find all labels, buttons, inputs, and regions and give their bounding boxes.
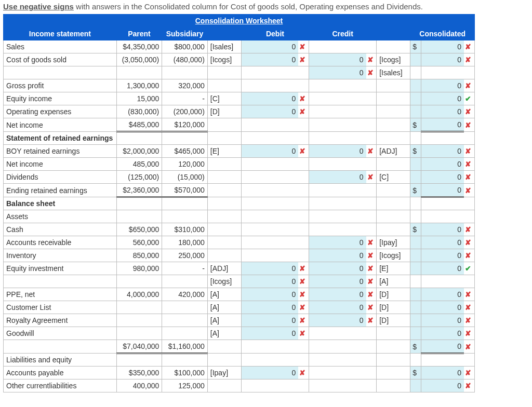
x-icon: ✘ <box>367 173 374 181</box>
cell-credit-value <box>309 327 366 340</box>
cell-debit-mark <box>298 340 309 354</box>
cell-credit-value[interactable]: 0 <box>309 53 366 66</box>
cell-cons-value[interactable]: 0 <box>421 249 464 262</box>
cell-debit-mark: ✘ <box>298 145 309 158</box>
cell-credit-value[interactable]: 0 <box>309 236 366 249</box>
cell-credit-value[interactable]: 0 <box>309 171 366 184</box>
cell-credit-mark: ✘ <box>366 53 377 66</box>
row-label: Ending retained earnings <box>4 184 117 197</box>
cell-cons-value[interactable]: 0 <box>421 223 464 236</box>
x-icon: ✘ <box>465 238 471 247</box>
cell-credit-mark <box>366 367 377 379</box>
cell-cons-value[interactable]: 0 <box>421 367 464 379</box>
cell-cons-mark <box>464 354 474 367</box>
hdr-blank1 <box>207 28 241 40</box>
cell-credit-code <box>377 158 410 171</box>
cell-debit-mark <box>298 379 309 392</box>
cell-cons-dollar <box>410 288 421 301</box>
cell-cons-value[interactable]: 0 <box>421 118 464 132</box>
cell-debit-value[interactable]: 0 <box>241 53 298 66</box>
cell-subsidiary <box>162 66 208 79</box>
cell-cons-value[interactable]: 0 <box>421 145 464 158</box>
cell-parent <box>116 132 162 145</box>
cell-cons-value[interactable]: 0 <box>421 40 464 53</box>
cell-credit-mark <box>366 92 377 105</box>
cell-credit-value[interactable]: 0 <box>309 314 366 327</box>
cell-cons-value[interactable]: 0 <box>421 92 464 105</box>
cell-debit-value[interactable]: 0 <box>241 262 298 275</box>
cell-cons-value[interactable]: 0 <box>421 262 464 275</box>
cell-parent: 15,000 <box>116 92 162 105</box>
cell-cons-value[interactable]: 0 <box>421 79 464 92</box>
cell-debit-value[interactable]: 0 <box>241 301 298 314</box>
cell-credit-code <box>377 105 410 118</box>
cell-cons-value[interactable]: 0 <box>421 314 464 327</box>
cell-cons-value[interactable]: 0 <box>421 301 464 314</box>
cell-debit-value <box>241 210 298 223</box>
cell-debit-value[interactable]: 0 <box>241 40 298 53</box>
instruction-rest: with answers in the Consolidated column … <box>74 2 423 11</box>
cell-cons-dollar: $ <box>410 340 421 354</box>
cell-debit-mark <box>298 236 309 249</box>
cell-subsidiary: $570,000 <box>162 184 208 197</box>
cell-credit-value[interactable]: 0 <box>309 301 366 314</box>
cell-credit-value[interactable]: 0 <box>309 275 366 288</box>
cell-cons-value[interactable]: 0 <box>421 184 464 197</box>
cell-cons-value[interactable]: 0 <box>421 288 464 301</box>
cell-credit-code <box>377 340 410 354</box>
cell-credit-value <box>309 197 366 210</box>
cell-debit-code <box>207 79 241 92</box>
cell-debit-value[interactable]: 0 <box>241 275 298 288</box>
cell-credit-mark <box>366 379 377 392</box>
cell-cons-value[interactable]: 0 <box>421 171 464 184</box>
cell-cons-value[interactable]: 0 <box>421 340 464 354</box>
row-label: PPE, net <box>4 288 117 301</box>
cell-credit-mark <box>366 327 377 340</box>
cell-cons-value[interactable]: 0 <box>421 158 464 171</box>
cell-credit-value[interactable]: 0 <box>309 66 366 79</box>
x-icon: ✘ <box>299 277 305 286</box>
cell-cons-mark: ✘ <box>464 184 474 197</box>
cell-credit-code: [C] <box>377 171 410 184</box>
cell-debit-value[interactable]: 0 <box>241 105 298 118</box>
cell-debit-value[interactable]: 0 <box>241 92 298 105</box>
cell-credit-mark <box>366 118 377 132</box>
cell-parent: 980,000 <box>116 262 162 275</box>
cell-debit-value[interactable]: 0 <box>241 327 298 340</box>
cell-debit-mark <box>298 66 309 79</box>
cell-credit-code <box>377 79 410 92</box>
x-icon: ✘ <box>299 147 305 155</box>
cell-credit-value <box>309 118 366 132</box>
cell-cons-mark: ✘ <box>464 301 474 314</box>
cell-credit-code <box>377 40 410 53</box>
cell-credit-value <box>309 379 366 392</box>
x-icon: ✘ <box>465 160 471 168</box>
row-label: Assets <box>4 210 117 223</box>
cell-credit-value <box>309 40 366 53</box>
table-row: Assets <box>4 210 475 223</box>
x-icon: ✘ <box>465 82 471 90</box>
cell-debit-value[interactable]: 0 <box>241 367 298 379</box>
cell-cons-value[interactable]: 0 <box>421 53 464 66</box>
cell-parent: (3,050,000) <box>116 53 162 66</box>
cell-credit-value[interactable]: 0 <box>309 288 366 301</box>
cell-credit-value[interactable]: 0 <box>309 145 366 158</box>
cell-credit-value[interactable]: 0 <box>309 262 366 275</box>
cell-debit-mark <box>298 354 309 367</box>
hdr-credit: Credit <box>309 28 377 40</box>
cell-credit-code <box>377 132 410 145</box>
cell-cons-value[interactable]: 0 <box>421 327 464 340</box>
cell-cons-dollar <box>410 379 421 392</box>
cell-debit-value[interactable]: 0 <box>241 314 298 327</box>
cell-debit-value[interactable]: 0 <box>241 145 298 158</box>
cell-cons-value[interactable]: 0 <box>421 379 464 392</box>
cell-cons-value[interactable]: 0 <box>421 236 464 249</box>
cell-subsidiary <box>162 197 208 210</box>
cell-cons-value[interactable]: 0 <box>421 105 464 118</box>
cell-credit-mark <box>366 210 377 223</box>
cell-credit-code: [Isales] <box>377 66 410 79</box>
cell-credit-value[interactable]: 0 <box>309 249 366 262</box>
cell-subsidiary: 180,000 <box>162 236 208 249</box>
cell-subsidiary: $310,000 <box>162 223 208 236</box>
cell-debit-value[interactable]: 0 <box>241 288 298 301</box>
